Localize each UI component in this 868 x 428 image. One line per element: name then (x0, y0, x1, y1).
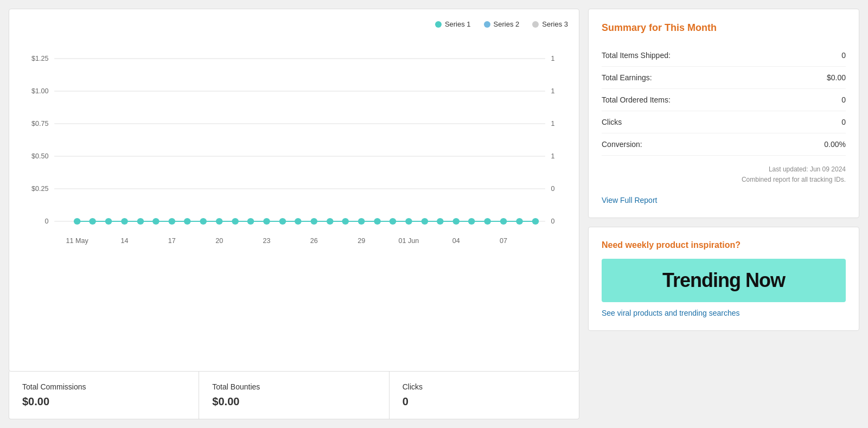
summary-row-ordered: Total Ordered Items: 0 (602, 89, 846, 111)
svg-text:07: 07 (500, 237, 507, 245)
svg-point-47 (374, 218, 381, 225)
svg-point-37 (216, 218, 223, 225)
svg-point-42 (295, 218, 302, 225)
summary-row-conversion: Conversion: 0.00% (602, 133, 846, 156)
svg-point-44 (327, 218, 334, 225)
svg-point-52 (452, 218, 459, 225)
svg-text:0: 0 (45, 218, 49, 225)
total-commissions-cell: Total Commissions $0.00 (9, 372, 199, 419)
svg-text:01 Jun: 01 Jun (399, 237, 419, 245)
svg-point-30 (105, 218, 112, 225)
chart-legend: Series 1 Series 2 Series 3 (20, 20, 568, 28)
svg-point-53 (468, 218, 475, 225)
svg-point-29 (89, 218, 96, 225)
svg-point-31 (121, 218, 128, 225)
series3-label: Series 3 (542, 20, 568, 28)
earnings-label: Total Earnings: (602, 73, 652, 82)
svg-text:1: 1 (551, 152, 554, 160)
svg-text:1: 1 (551, 87, 554, 95)
page-layout: Series 1 Series 2 Series 3 (0, 0, 868, 428)
ordered-value: 0 (841, 95, 846, 104)
svg-text:17: 17 (168, 237, 176, 245)
svg-point-33 (152, 218, 159, 225)
trending-banner[interactable]: Trending Now (602, 259, 846, 302)
svg-point-46 (358, 218, 365, 225)
svg-text:$0.25: $0.25 (31, 185, 49, 193)
view-full-report-link[interactable]: View Full Report (602, 196, 846, 205)
series2-dot (484, 21, 490, 28)
svg-point-50 (422, 218, 429, 225)
svg-text:04: 04 (452, 237, 460, 245)
clicks-summary-value: 0 (841, 118, 846, 126)
summary-card: Summary for This Month Total Items Shipp… (588, 9, 859, 218)
svg-point-41 (279, 218, 286, 225)
summary-footer: Last updated: Jun 09 2024 Combined repor… (602, 164, 846, 185)
series1-label: Series 1 (445, 20, 471, 28)
svg-text:0: 0 (551, 185, 554, 193)
svg-text:0: 0 (551, 218, 554, 225)
svg-point-43 (311, 218, 318, 225)
shipped-value: 0 (841, 51, 846, 60)
svg-text:$0.50: $0.50 (31, 152, 49, 160)
series3-dot (532, 21, 539, 28)
clicks-cell: Clicks 0 (390, 372, 579, 419)
shipped-label: Total Items Shipped: (602, 51, 671, 60)
bottom-stats: Total Commissions $0.00 Total Bounties $… (9, 372, 579, 419)
svg-point-54 (484, 218, 491, 225)
footer-line2: Combined report for all tracking IDs. (602, 175, 846, 185)
svg-point-51 (437, 218, 444, 225)
svg-text:$1.25: $1.25 (31, 55, 49, 62)
svg-point-28 (74, 218, 81, 225)
summary-title: Summary for This Month (602, 22, 846, 34)
svg-text:$1.00: $1.00 (31, 87, 49, 95)
svg-text:20: 20 (215, 237, 223, 245)
svg-point-49 (405, 218, 412, 225)
svg-point-32 (137, 218, 144, 225)
svg-point-36 (200, 218, 207, 225)
svg-point-38 (232, 218, 239, 225)
svg-point-57 (532, 218, 539, 225)
chart-svg: $1.25 $1.00 $0.75 $0.50 $0.25 0 1 1 1 1 … (20, 37, 568, 254)
svg-text:1: 1 (551, 120, 554, 127)
svg-text:1: 1 (551, 55, 554, 62)
svg-text:11 May: 11 May (66, 237, 89, 245)
trending-link[interactable]: See viral products and trending searches (602, 309, 739, 317)
clicks-value: 0 (403, 395, 566, 408)
svg-point-55 (500, 218, 507, 225)
total-bounties-cell: Total Bounties $0.00 (199, 372, 389, 419)
svg-text:29: 29 (358, 237, 365, 245)
svg-point-39 (247, 218, 254, 225)
ordered-label: Total Ordered Items: (602, 95, 671, 104)
svg-point-35 (184, 218, 191, 225)
svg-point-40 (263, 218, 270, 225)
clicks-summary-label: Clicks (602, 118, 622, 126)
trending-card: Need weekly product inspiration? Trendin… (588, 227, 859, 331)
summary-row-shipped: Total Items Shipped: 0 (602, 44, 846, 67)
conversion-label: Conversion: (602, 140, 642, 149)
conversion-value: 0.00% (824, 140, 846, 149)
svg-text:23: 23 (263, 237, 270, 245)
left-panel: Series 1 Series 2 Series 3 (9, 9, 579, 419)
total-bounties-value: $0.00 (212, 395, 375, 408)
total-commissions-value: $0.00 (22, 395, 186, 408)
trending-card-title: Need weekly product inspiration? (602, 240, 846, 250)
earnings-value: $0.00 (827, 73, 846, 82)
svg-text:26: 26 (310, 237, 318, 245)
clicks-label: Clicks (403, 382, 566, 391)
right-panel: Summary for This Month Total Items Shipp… (588, 9, 859, 419)
svg-text:$0.75: $0.75 (31, 120, 49, 127)
series1-dot (435, 21, 442, 28)
total-bounties-label: Total Bounties (212, 382, 375, 391)
trending-banner-text: Trending Now (662, 269, 785, 292)
legend-series3: Series 3 (532, 20, 568, 28)
svg-point-34 (169, 218, 176, 225)
legend-series1: Series 1 (435, 20, 471, 28)
svg-point-45 (342, 218, 349, 225)
summary-row-clicks: Clicks 0 (602, 111, 846, 133)
chart-area: $1.25 $1.00 $0.75 $0.50 $0.25 0 1 1 1 1 … (20, 37, 568, 254)
svg-text:14: 14 (121, 237, 129, 245)
svg-point-56 (516, 218, 523, 225)
svg-point-48 (390, 218, 397, 225)
summary-row-earnings: Total Earnings: $0.00 (602, 67, 846, 89)
chart-container: Series 1 Series 2 Series 3 (9, 9, 579, 372)
